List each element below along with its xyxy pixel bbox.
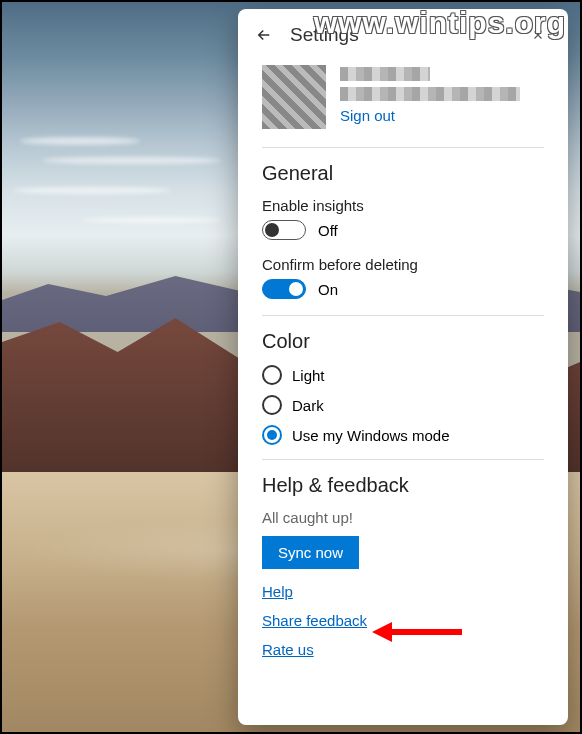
color-option-light[interactable]: Light	[262, 365, 544, 385]
back-button[interactable]	[248, 19, 280, 51]
radio-icon	[262, 365, 282, 385]
color-option-label: Light	[292, 367, 325, 384]
insights-toggle[interactable]	[262, 220, 306, 240]
color-option-label: Use my Windows mode	[292, 427, 450, 444]
confirm-state: On	[318, 281, 338, 298]
insights-toggle-row: Off	[262, 220, 544, 240]
section-help-title: Help & feedback	[262, 474, 544, 497]
arrow-left-icon	[255, 26, 273, 44]
settings-panel: Settings Sign out General Enable insight…	[238, 9, 568, 725]
help-link[interactable]: Help	[262, 583, 293, 600]
avatar	[262, 65, 326, 129]
section-color-title: Color	[262, 330, 544, 353]
color-option-dark[interactable]: Dark	[262, 395, 544, 415]
divider	[262, 459, 544, 460]
sync-now-button[interactable]: Sync now	[262, 536, 359, 569]
watermark-text: www.wintips.org	[314, 6, 566, 40]
confirm-toggle[interactable]	[262, 279, 306, 299]
annotation-arrow	[372, 622, 462, 642]
sign-out-link[interactable]: Sign out	[340, 107, 395, 124]
insights-label: Enable insights	[262, 197, 544, 214]
account-block: Sign out	[262, 57, 544, 143]
insights-state: Off	[318, 222, 338, 239]
account-name-redacted	[340, 67, 430, 81]
confirm-label: Confirm before deleting	[262, 256, 544, 273]
color-option-label: Dark	[292, 397, 324, 414]
divider	[262, 315, 544, 316]
radio-icon	[262, 395, 282, 415]
divider	[262, 147, 544, 148]
sync-status: All caught up!	[262, 509, 544, 526]
section-general-title: General	[262, 162, 544, 185]
radio-icon	[262, 425, 282, 445]
share-feedback-link[interactable]: Share feedback	[262, 612, 367, 629]
color-option-windows[interactable]: Use my Windows mode	[262, 425, 544, 445]
account-email-redacted	[340, 87, 520, 101]
rate-us-link[interactable]: Rate us	[262, 641, 314, 658]
confirm-toggle-row: On	[262, 279, 544, 299]
account-info: Sign out	[340, 65, 544, 129]
